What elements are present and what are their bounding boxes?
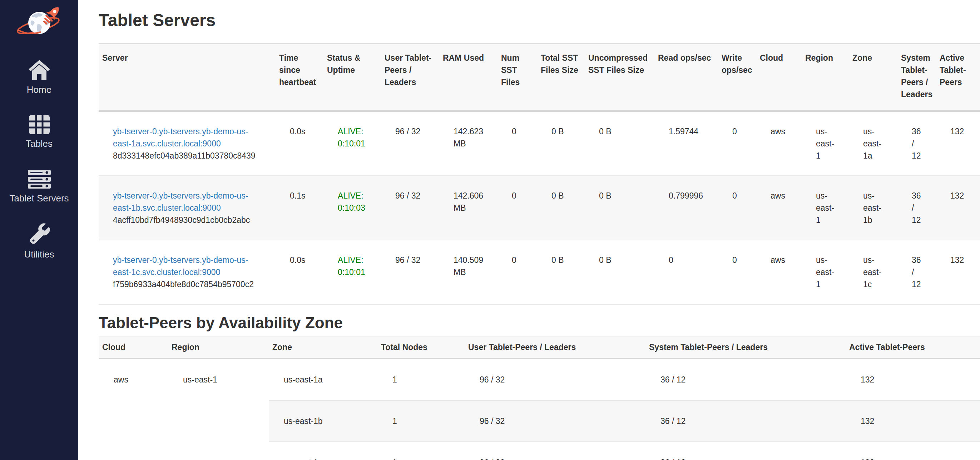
num-sst-cell: 0 (498, 111, 537, 176)
write-ops-cell: 0 (718, 111, 756, 176)
section-title-tablet-peers-by-az: Tablet-Peers by Availability Zone (99, 313, 980, 332)
col-header-user-peers: User Tablet-Peers / Leaders (381, 44, 439, 111)
uncompressed-sst-cell: 0 B (585, 111, 654, 176)
col-header-region: Region (802, 44, 849, 111)
cloud-cell: aws (756, 240, 802, 304)
user-peers-cell: 96 / 32 (381, 240, 439, 304)
col-header-read-ops: Read ops/sec (654, 44, 718, 111)
sidebar-item-label: Tablet Servers (9, 192, 68, 204)
read-ops-cell: 0 (654, 240, 718, 304)
zone-cell: us-east-1b (269, 400, 377, 442)
read-ops-cell: 0.799996 (654, 176, 718, 240)
active-peers-cell: 132 (936, 111, 980, 176)
sidebar-item-tables[interactable]: Tables (0, 115, 78, 149)
zone-cell: us-east-1b (849, 176, 897, 240)
uncompressed-sst-cell: 0 B (585, 240, 654, 304)
active-peers-cell: 132 (936, 240, 980, 304)
ram-cell: 142.623 MB (439, 111, 498, 176)
col-header-ram: RAM Used (439, 44, 498, 111)
table-row: aws us-east-1 us-east-1a 1 96 / 32 36 / … (99, 358, 980, 400)
col-header-system-peers: System Tablet-Peers / Leaders (897, 44, 936, 111)
sst-size-cell: 0 B (537, 111, 585, 176)
num-sst-cell: 0 (498, 176, 537, 240)
write-ops-cell: 0 (718, 176, 756, 240)
cloud-cell: aws (756, 176, 802, 240)
col-header-sst-size: Total SST Files Size (537, 44, 585, 111)
col-header-system-peers: System Tablet-Peers / Leaders (646, 336, 846, 358)
utilities-icon (28, 223, 51, 245)
user-peers-cell: 96 / 32 (465, 358, 646, 400)
col-header-total-nodes: Total Nodes (377, 336, 465, 358)
col-header-zone: Zone (849, 44, 897, 111)
region-cell: us-east-1 (802, 111, 849, 176)
tables-icon (29, 115, 50, 135)
user-peers-cell: 96 / 32 (465, 400, 646, 442)
system-peers-cell: 36 / 12 (646, 442, 846, 460)
tablet-servers-icon (27, 170, 51, 189)
total-nodes-cell: 1 (377, 358, 465, 400)
heartbeat-cell: 0.1s (275, 176, 323, 240)
col-header-status: Status & Uptime (323, 44, 381, 111)
app-window: Home Tables (0, 0, 980, 460)
active-peers-cell: 132 (846, 358, 980, 400)
system-peers-cell: 36 / 12 (897, 176, 936, 240)
status-badge: ALIVE: 0:10:03 (323, 176, 381, 240)
system-peers-cell: 36 / 12 (646, 400, 846, 442)
sidebar: Home Tables (0, 0, 78, 460)
col-header-active-peers: Active Tablet-Peers (846, 336, 980, 358)
uncompressed-sst-cell: 0 B (585, 176, 654, 240)
system-peers-cell: 36 / 12 (646, 358, 846, 400)
cloud-cell: aws (99, 358, 168, 460)
read-ops-cell: 1.59744 (654, 111, 718, 176)
globe-rocket-icon (13, 2, 66, 41)
ram-cell: 142.606 MB (439, 176, 498, 240)
active-peers-cell: 132 (846, 400, 980, 442)
sidebar-item-utilities[interactable]: Utilities (0, 223, 78, 260)
sst-size-cell: 0 B (537, 176, 585, 240)
server-link[interactable]: yb-tserver-0.yb-tservers.yb-demo-us-east… (113, 255, 248, 277)
table-row: yb-tserver-0.yb-tservers.yb-demo-us-east… (99, 111, 980, 176)
col-header-user-peers: User Tablet-Peers / Leaders (465, 336, 646, 358)
table-row: yb-tserver-0.yb-tservers.yb-demo-us-east… (99, 176, 980, 240)
sidebar-item-home[interactable]: Home (0, 59, 78, 95)
col-header-write-ops: Write ops/sec (718, 44, 756, 111)
sidebar-item-label: Tables (26, 138, 52, 149)
server-link[interactable]: yb-tserver-0.yb-tservers.yb-demo-us-east… (113, 127, 248, 148)
sidebar-item-tablet-servers[interactable]: Tablet Servers (0, 170, 78, 204)
region-cell: us-east-1 (168, 358, 269, 460)
active-peers-cell: 132 (846, 442, 980, 460)
total-nodes-cell: 1 (377, 442, 465, 460)
server-cell: yb-tserver-0.yb-tservers.yb-demo-us-east… (99, 240, 275, 304)
region-cell: us-east-1 (802, 176, 849, 240)
table-header-row: Cloud Region Zone Total Nodes User Table… (99, 336, 980, 358)
write-ops-cell: 0 (718, 240, 756, 304)
az-table: Cloud Region Zone Total Nodes User Table… (99, 336, 980, 460)
user-peers-cell: 96 / 32 (381, 111, 439, 176)
col-header-region: Region (168, 336, 269, 358)
heartbeat-cell: 0.0s (275, 240, 323, 304)
col-header-active-peers: Active Tablet-Peers (936, 44, 980, 111)
status-badge: ALIVE: 0:10:01 (323, 111, 381, 176)
server-cell: yb-tserver-0.yb-tservers.yb-demo-us-east… (99, 111, 275, 176)
home-icon (28, 59, 51, 81)
table-header-row: Server Time since heartbeat Status & Upt… (99, 44, 980, 111)
main-content: Tablet Servers Server Time since heartbe… (78, 0, 980, 460)
col-header-heartbeat: Time since heartbeat (275, 44, 323, 111)
col-header-cloud: Cloud (99, 336, 168, 358)
tablet-servers-table: Server Time since heartbeat Status & Upt… (99, 43, 980, 305)
total-nodes-cell: 1 (377, 400, 465, 442)
server-cell: yb-tserver-0.yb-tservers.yb-demo-us-east… (99, 176, 275, 240)
zone-cell: us-east-1a (269, 358, 377, 400)
table-row: yb-tserver-0.yb-tservers.yb-demo-us-east… (99, 240, 980, 304)
zone-cell: us-east-1a (849, 111, 897, 176)
page-title: Tablet Servers (99, 10, 980, 31)
col-header-server: Server (99, 44, 275, 111)
system-peers-cell: 36 / 12 (897, 240, 936, 304)
server-uuid: f759b6933a404bfe8d0c7854b95700c2 (113, 278, 265, 290)
server-link[interactable]: yb-tserver-0.yb-tservers.yb-demo-us-east… (113, 191, 248, 213)
system-peers-cell: 36 / 12 (897, 111, 936, 176)
num-sst-cell: 0 (498, 240, 537, 304)
col-header-uncompressed-sst: Uncompressed SST Files Size (585, 44, 654, 111)
ram-cell: 140.509 MB (439, 240, 498, 304)
region-cell: us-east-1 (802, 240, 849, 304)
